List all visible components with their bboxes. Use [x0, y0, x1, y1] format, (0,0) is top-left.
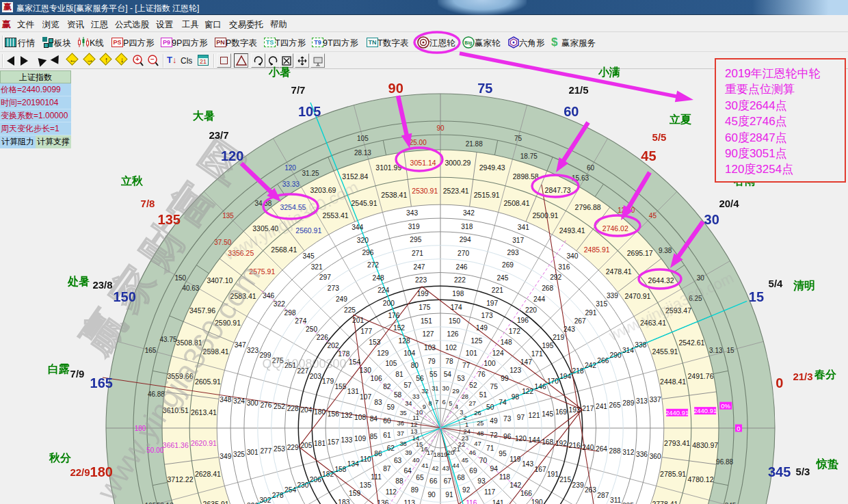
svg-text:2493.41: 2493.41: [559, 226, 585, 235]
svg-text:173: 173: [481, 312, 493, 319]
svg-text:229: 229: [287, 444, 299, 451]
svg-text:132: 132: [341, 412, 352, 419]
svg-text:288: 288: [609, 447, 621, 455]
svg-text:118: 118: [499, 473, 511, 481]
svg-text:4830.97: 4830.97: [692, 441, 718, 449]
svg-text:44: 44: [452, 462, 459, 469]
svg-text:241: 241: [596, 403, 607, 410]
svg-text:85: 85: [370, 433, 378, 440]
svg-text:318: 318: [461, 223, 473, 230]
svg-text:296: 296: [362, 249, 373, 256]
svg-text:2470.91: 2470.91: [624, 292, 650, 300]
svg-text:111: 111: [371, 473, 382, 481]
svg-text:171: 171: [531, 350, 543, 358]
svg-text:3000.29: 3000.29: [445, 159, 471, 167]
svg-text:2620.91: 2620.91: [191, 439, 217, 447]
svg-text:11: 11: [412, 414, 419, 421]
svg-text:325: 325: [233, 451, 245, 458]
svg-text:2478.41: 2478.41: [606, 267, 632, 276]
svg-text:270: 270: [458, 250, 469, 257]
svg-text:179: 179: [322, 377, 334, 385]
svg-text:36: 36: [397, 420, 404, 427]
svg-text:96: 96: [503, 433, 512, 440]
svg-text:120: 120: [515, 435, 527, 442]
svg-text:7: 7: [435, 399, 438, 406]
svg-text:45: 45: [649, 212, 657, 220]
svg-text:白露: 白露: [48, 363, 70, 375]
svg-text:2: 2: [463, 414, 466, 421]
svg-text:134: 134: [347, 460, 359, 468]
svg-text:2440.91: 2440.91: [693, 407, 717, 414]
svg-text:145: 145: [542, 410, 553, 418]
svg-text:165: 165: [90, 375, 113, 390]
svg-text:5/3: 5/3: [796, 466, 810, 477]
svg-text:12: 12: [410, 421, 417, 428]
svg-text:119: 119: [509, 455, 521, 463]
svg-text:75: 75: [477, 81, 492, 96]
svg-text:43.75: 43.75: [159, 336, 176, 343]
svg-text:2568.41: 2568.41: [271, 246, 297, 254]
svg-text:168: 168: [542, 438, 553, 446]
svg-text:265: 265: [609, 401, 621, 409]
svg-text:191: 191: [547, 470, 559, 478]
svg-text:142: 142: [509, 481, 521, 489]
svg-text:272: 272: [367, 261, 379, 269]
svg-text:1: 1: [465, 421, 468, 428]
svg-text:149: 149: [476, 324, 488, 332]
svg-text:349: 349: [220, 453, 231, 460]
svg-text:289: 289: [622, 399, 634, 407]
svg-text:290: 290: [610, 352, 622, 359]
svg-text:清明: 清明: [793, 280, 815, 291]
svg-text:64: 64: [403, 467, 412, 475]
svg-text:秋分: 秋分: [49, 452, 72, 464]
svg-text:169: 169: [555, 408, 567, 416]
svg-text:4780.12: 4780.12: [688, 475, 714, 483]
svg-text:30: 30: [697, 274, 705, 282]
svg-text:71: 71: [486, 445, 494, 452]
svg-text:152: 152: [393, 324, 405, 332]
svg-text:203: 203: [310, 373, 321, 380]
svg-text:2796.88: 2796.88: [575, 203, 601, 211]
svg-text:252: 252: [274, 403, 285, 410]
svg-text:99: 99: [501, 375, 509, 382]
svg-text:60: 60: [383, 417, 391, 425]
svg-text:17: 17: [427, 449, 434, 456]
svg-text:102: 102: [445, 344, 457, 352]
svg-text:239: 239: [572, 481, 584, 489]
svg-text:297: 297: [319, 274, 331, 281]
svg-text:33.33: 33.33: [282, 181, 300, 188]
svg-text:72: 72: [490, 432, 498, 439]
svg-text:84: 84: [370, 415, 378, 423]
svg-text:135: 135: [222, 212, 234, 220]
svg-text:254: 254: [284, 486, 296, 494]
svg-text:30: 30: [704, 212, 719, 227]
svg-text:219: 219: [553, 334, 564, 341]
svg-text:73: 73: [503, 415, 512, 423]
svg-text:31.25: 31.25: [302, 170, 319, 177]
svg-text:55: 55: [429, 371, 438, 378]
svg-text:130: 130: [360, 367, 371, 374]
svg-text:2949.43: 2949.43: [479, 163, 505, 172]
svg-text:2508.41: 2508.41: [504, 199, 530, 207]
svg-text:86: 86: [374, 450, 382, 457]
svg-text:158: 158: [334, 466, 346, 473]
svg-text:100: 100: [484, 360, 496, 367]
svg-text:2695.17: 2695.17: [627, 249, 653, 257]
svg-text:22: 22: [458, 441, 465, 448]
svg-text:0: 0: [776, 375, 783, 390]
svg-text:70: 70: [479, 457, 488, 464]
svg-text:49: 49: [490, 417, 498, 425]
svg-text:2515.91: 2515.91: [474, 191, 500, 199]
svg-text:263: 263: [585, 486, 596, 494]
svg-text:278: 278: [272, 492, 284, 499]
svg-text:221: 221: [492, 287, 503, 294]
svg-text:180: 180: [314, 408, 326, 416]
svg-text:323: 323: [247, 347, 259, 354]
svg-text:56: 56: [416, 375, 424, 382]
svg-text:273: 273: [328, 284, 339, 292]
svg-text:52: 52: [469, 382, 477, 389]
svg-text:77: 77: [462, 362, 471, 369]
svg-text:202: 202: [328, 342, 339, 349]
svg-text:2448.41: 2448.41: [660, 377, 686, 386]
svg-text:82: 82: [383, 383, 391, 390]
